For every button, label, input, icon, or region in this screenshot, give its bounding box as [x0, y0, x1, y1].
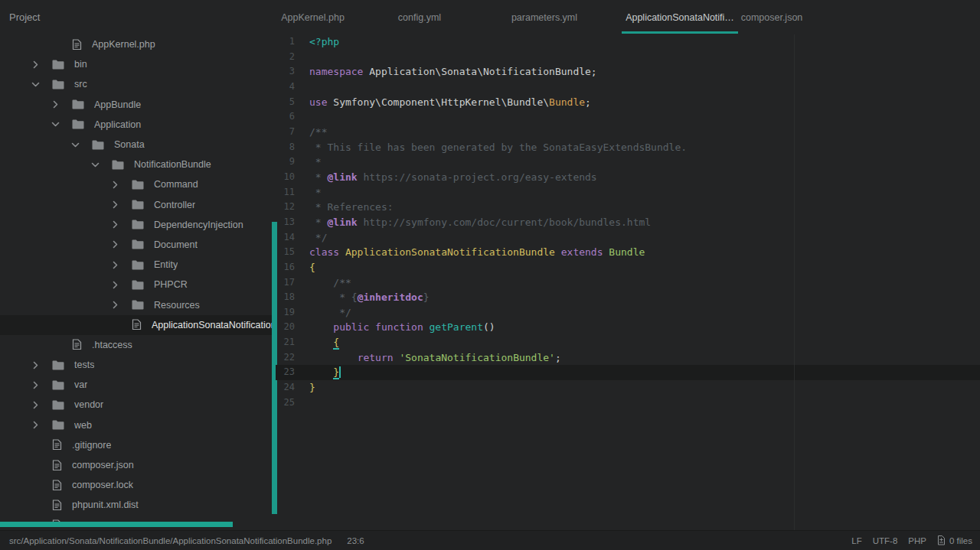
code-text: * References: — [295, 200, 394, 215]
folder-icon — [132, 180, 144, 190]
encoding-indicator[interactable]: UTF-8 — [873, 536, 898, 545]
line-number: 7 — [276, 125, 295, 140]
tree-item[interactable]: Sonata — [0, 135, 276, 155]
tree-item[interactable]: src — [0, 74, 276, 94]
tree-item[interactable]: var — [0, 375, 276, 395]
tree-item[interactable]: phpunit.xml.dist — [0, 495, 276, 515]
tree-item[interactable]: PHPCR — [0, 275, 276, 295]
tree-item[interactable]: Application — [0, 115, 276, 135]
tab-composer-json[interactable]: composer.json — [724, 0, 819, 34]
code-text: */ — [295, 230, 327, 246]
code-line[interactable]: 16 { — [276, 260, 980, 275]
language-indicator[interactable]: PHP — [908, 536, 926, 545]
tab-bar: AppKernel.php config.yml parameters.yml … — [0, 0, 980, 34]
tree-item[interactable]: tests — [0, 355, 276, 375]
tree-item[interactable]: NotificationBundle — [0, 155, 276, 174]
app-root: Project AppKernel.php bin — [0, 0, 980, 550]
code-line[interactable]: 8 * This file has been generated by the … — [276, 140, 980, 155]
tree-item-label: Command — [154, 179, 198, 190]
folder-icon — [52, 420, 64, 430]
tab-appkernel-php[interactable]: AppKernel.php — [266, 0, 359, 34]
code-line[interactable]: 19 */ — [276, 305, 980, 321]
chevron-icon — [110, 240, 119, 249]
code-text: public function getParent() — [295, 320, 495, 335]
tab-applicationsonatanotifi-[interactable]: ApplicationSonataNotifi… — [622, 0, 738, 34]
line-number: 11 — [276, 185, 295, 200]
tree-item[interactable]: .htaccess — [0, 335, 276, 355]
code-line[interactable]: 14 */ — [276, 230, 980, 246]
file-icon — [52, 439, 62, 451]
line-number: 4 — [276, 80, 295, 95]
code-text: * — [295, 185, 322, 200]
code-line[interactable]: 17 /** — [276, 275, 980, 291]
code-line[interactable]: 3 namespace Application\Sonata\Notificat… — [276, 64, 980, 80]
tree-item[interactable]: Resources — [0, 295, 276, 314]
files-count-label: 0 files — [949, 536, 972, 545]
code-line[interactable]: 13 * @link http://symfony.com/doc/curren… — [276, 215, 980, 230]
code-line[interactable]: 6 — [276, 109, 980, 125]
tree-item-label: composer.lock — [72, 480, 133, 490]
tree-item[interactable]: composer.lock — [0, 475, 276, 495]
tree-item[interactable]: web — [0, 415, 276, 435]
tree-item[interactable]: Controller — [0, 195, 276, 215]
line-ending-indicator[interactable]: LF — [851, 536, 861, 545]
tree-item[interactable]: Entity — [0, 255, 276, 275]
code-line[interactable]: 5 use Symfony\Component\HttpKernel\Bundl… — [276, 95, 980, 110]
tab-label: parameters.yml — [511, 12, 577, 23]
tab-config-yml[interactable]: config.yml — [372, 0, 467, 34]
tree-item[interactable]: DependencyInjection — [0, 215, 276, 235]
code-text: return 'SonataNotificationBundle'; — [295, 350, 561, 366]
line-number: 5 — [276, 95, 295, 110]
tree-item-label: composer.json — [72, 460, 134, 470]
chevron-icon — [31, 80, 40, 89]
line-number: 17 — [276, 275, 295, 291]
code-line[interactable]: 23 } — [276, 365, 980, 380]
tree-item-label: NotificationBundle — [134, 159, 211, 170]
tree-item[interactable]: AppKernel.php — [0, 34, 276, 54]
code-line[interactable]: 2 — [276, 50, 980, 65]
code-text: class ApplicationSonataNotificationBundl… — [295, 245, 645, 260]
tree-item[interactable]: bin — [0, 54, 276, 74]
tree-item-label: Document — [154, 239, 198, 250]
folder-icon — [132, 239, 144, 249]
code-line[interactable]: 10 * @link https://sonata-project.org/ea… — [276, 170, 980, 185]
code-line[interactable]: 1 <?php — [276, 34, 980, 50]
tree-item[interactable]: .gitignore — [0, 435, 276, 455]
code-line[interactable]: 12 * References: — [276, 200, 980, 215]
code-text: * — [295, 155, 322, 170]
code-text — [295, 109, 309, 125]
code-line[interactable]: 4 — [276, 80, 980, 95]
tree-item[interactable]: AppBundle — [0, 95, 276, 115]
code-line[interactable]: 18 * {@inheritdoc} — [276, 290, 980, 305]
tree-item[interactable]: vendor — [0, 395, 276, 415]
code-line[interactable]: 9 * — [276, 155, 980, 170]
tree-item[interactable]: Command — [0, 174, 276, 194]
code-text: * This file has been generated by the So… — [295, 140, 687, 155]
tab-parameters-yml[interactable]: parameters.yml — [485, 0, 603, 34]
code-line[interactable]: 24 } — [276, 380, 980, 395]
tree-item-label: bin — [74, 59, 87, 70]
tree-item[interactable]: composer.json — [0, 455, 276, 475]
tree-item-label: Application — [94, 119, 141, 130]
chevron-icon — [31, 421, 40, 430]
tree-item[interactable]: Document — [0, 235, 276, 255]
code-line[interactable]: 22 return 'SonataNotificationBundle'; — [276, 350, 980, 366]
code-line[interactable]: 11 * — [276, 185, 980, 200]
code-line[interactable]: 15 class ApplicationSonataNotificationBu… — [276, 245, 980, 260]
line-number: 9 — [276, 155, 295, 170]
line-number: 23 — [276, 365, 295, 380]
file-tree: AppKernel.php bin src — [0, 34, 276, 522]
editor[interactable]: 1 <?php 2 3 namespace Application\Sonata… — [276, 34, 980, 530]
code-line[interactable]: 7 /** — [276, 125, 980, 140]
code-line[interactable]: 21 { — [276, 335, 980, 350]
tree-item-label: .gitignore — [72, 440, 111, 451]
folder-icon — [132, 280, 144, 290]
tree-item[interactable]: ApplicationSonataNotificationB — [0, 315, 276, 335]
chevron-icon — [31, 360, 40, 369]
code-line[interactable]: 20 public function getParent() — [276, 320, 980, 335]
code-text — [295, 80, 309, 95]
line-number: 13 — [276, 215, 295, 230]
files-counter[interactable]: 0 files — [937, 535, 972, 545]
file-path: src/Application/Sonata/NotificationBundl… — [9, 536, 332, 545]
code-line[interactable]: 25 — [276, 395, 980, 411]
